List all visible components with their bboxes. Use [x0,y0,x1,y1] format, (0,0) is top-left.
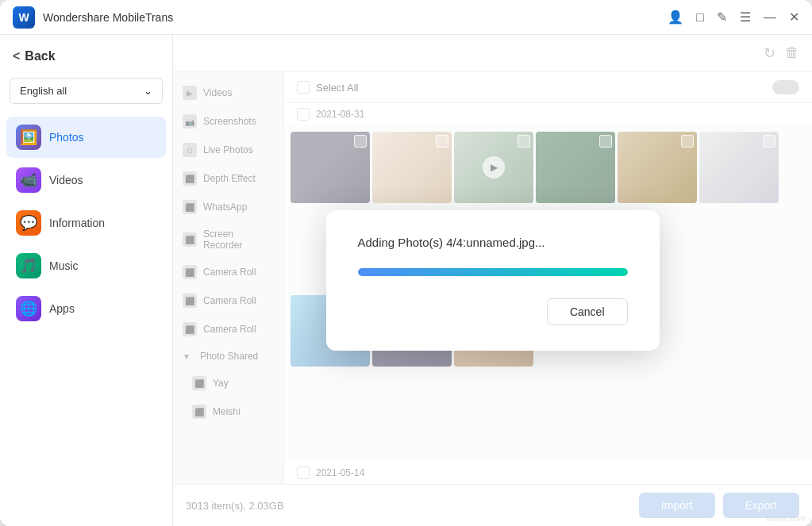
menu-icon[interactable]: ☰ [740,11,751,24]
music-label: Music [49,259,79,272]
photos-label: Photos [49,131,84,144]
modal-overlay: Adding Photo(s) 4/4:unnamed.jpg... Cance… [173,35,812,526]
title-bar-left: W Wondershare MobileTrans [13,6,173,29]
app-icon: W [13,6,35,29]
progress-bar-bg [358,268,628,276]
minimize-button[interactable]: — [764,11,776,24]
profile-icon[interactable]: 👤 [668,11,683,24]
modal-message: Adding Photo(s) 4/4:unnamed.jpg... [358,236,628,249]
sidebar-nav: 🖼️ Photos 📹 Videos 💬 Information 🎵 Music… [0,110,172,336]
main-content: < Back English all ⌄ 🖼️ Photos 📹 Videos … [0,35,812,526]
photos-icon: 🖼️ [16,125,41,150]
progress-bar-fill [358,268,628,276]
information-icon: 💬 [16,210,41,236]
language-label: English all [20,85,67,97]
information-label: Information [49,217,105,229]
back-label: Back [25,49,55,63]
cancel-button[interactable]: Cancel [547,298,628,325]
app-window: W Wondershare MobileTrans 👤 □ ✎ ☰ — ✕ < … [0,0,812,526]
close-button[interactable]: ✕ [789,11,799,24]
language-selector[interactable]: English all ⌄ [10,78,163,104]
modal-actions: Cancel [358,298,628,325]
bookmark-icon[interactable]: □ [696,11,704,24]
app-title: Wondershare MobileTrans [43,11,173,24]
back-button[interactable]: < Back [0,41,172,71]
modal-dialog: Adding Photo(s) 4/4:unnamed.jpg... Cance… [326,210,660,351]
edit-icon[interactable]: ✎ [717,11,727,24]
title-bar: W Wondershare MobileTrans 👤 □ ✎ ☰ — ✕ [0,0,812,35]
chevron-down-icon: ⌄ [144,85,152,97]
sidebar-item-information[interactable]: 💬 Information [6,202,166,244]
music-icon: 🎵 [16,253,41,278]
sidebar: < Back English all ⌄ 🖼️ Photos 📹 Videos … [0,35,173,526]
sidebar-item-apps[interactable]: 🌐 Apps [6,288,166,329]
apps-icon: 🌐 [16,296,41,321]
sidebar-item-videos[interactable]: 📹 Videos [6,159,166,201]
videos-icon: 📹 [16,167,41,193]
title-bar-controls: 👤 □ ✎ ☰ — ✕ [668,11,799,24]
sidebar-item-music[interactable]: 🎵 Music [6,245,166,286]
videos-label: Videos [49,174,83,186]
right-panel: ↻ 🗑 ▶ Videos 📷 Screenshots ⊙ Li [173,35,812,526]
sidebar-item-photos[interactable]: 🖼️ Photos [6,117,166,158]
apps-label: Apps [49,302,75,315]
back-arrow-icon: < [13,49,20,63]
